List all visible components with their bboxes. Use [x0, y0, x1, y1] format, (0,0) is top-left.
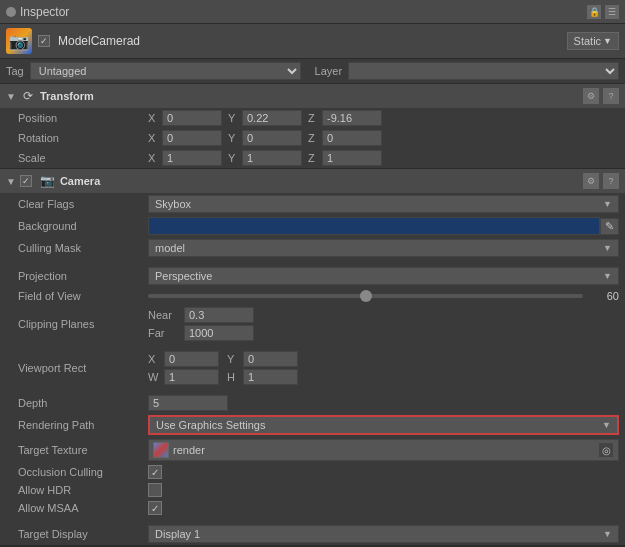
clear-flags-row: Clear Flags Skybox ▼ — [0, 193, 625, 215]
position-y-input[interactable] — [242, 110, 302, 126]
rotation-y-input[interactable] — [242, 130, 302, 146]
rendering-path-arrow: ▼ — [602, 420, 611, 430]
menu-button[interactable]: ☰ — [605, 5, 619, 19]
rotation-z-label: Z — [308, 132, 320, 144]
static-badge[interactable]: Static ▼ — [567, 32, 619, 50]
scale-y-label: Y — [228, 152, 240, 164]
allow-msaa-row: Allow MSAA — [0, 499, 625, 517]
tag-label: Tag — [6, 65, 24, 77]
object-name: ModelCamerad — [58, 34, 140, 48]
scale-values: X Y Z — [148, 150, 619, 166]
scale-z-item: Z — [308, 150, 382, 166]
camera-help-btn[interactable]: ? — [603, 173, 619, 189]
object-active-checkbox[interactable] — [38, 35, 50, 47]
scale-z-input[interactable] — [322, 150, 382, 166]
tag-select[interactable]: Untagged — [30, 62, 301, 80]
camera-controls: ⚙ ? — [583, 173, 619, 189]
target-display-dropdown[interactable]: Display 1 ▼ — [148, 525, 619, 543]
target-texture-field[interactable]: render ◎ — [148, 439, 619, 461]
viewport-w-label: W — [148, 371, 162, 383]
static-dropdown-arrow: ▼ — [603, 36, 612, 46]
scale-z-label: Z — [308, 152, 320, 164]
clipping-planes-label: Clipping Planes — [18, 318, 148, 330]
camera-active-checkbox[interactable] — [20, 175, 32, 187]
transform-settings-btn[interactable]: ⚙ — [583, 88, 599, 104]
projection-value: Perspective — [155, 270, 212, 282]
camera-settings-btn[interactable]: ⚙ — [583, 173, 599, 189]
rotation-x-input[interactable] — [162, 130, 222, 146]
allow-hdr-row: Allow HDR — [0, 481, 625, 499]
clear-flags-dropdown[interactable]: Skybox ▼ — [148, 195, 619, 213]
depth-label: Depth — [18, 397, 148, 409]
culling-mask-dropdown[interactable]: model ▼ — [148, 239, 619, 257]
position-label: Position — [18, 112, 148, 124]
viewport-y-label: Y — [227, 353, 241, 365]
allow-hdr-checkbox[interactable] — [148, 483, 162, 497]
projection-row: Projection Perspective ▼ — [0, 265, 625, 287]
lock-button[interactable]: 🔒 — [587, 5, 601, 19]
target-display-arrow: ▼ — [603, 529, 612, 539]
viewport-y-input[interactable] — [243, 351, 298, 367]
far-item: Far — [148, 325, 619, 341]
viewport-values: X Y W H — [148, 351, 619, 385]
far-input[interactable] — [184, 325, 254, 341]
depth-row: Depth — [0, 393, 625, 413]
camera-header[interactable]: ▼ 📷 Camera ⚙ ? — [0, 169, 625, 193]
object-header: 📷 ModelCamerad Static ▼ — [0, 24, 625, 59]
background-edit-btn[interactable]: ✎ — [600, 218, 619, 235]
scale-x-label: X — [148, 152, 160, 164]
occlusion-culling-checkbox[interactable] — [148, 465, 162, 479]
clipping-planes-row: Clipping Planes Near Far — [0, 305, 625, 343]
texture-thumbnail — [153, 442, 169, 458]
projection-dropdown[interactable]: Perspective ▼ — [148, 267, 619, 285]
position-y-item: Y — [228, 110, 302, 126]
transform-help-btn[interactable]: ? — [603, 88, 619, 104]
viewport-w-item: W — [148, 369, 219, 385]
viewport-xy-row: X Y — [148, 351, 619, 367]
allow-msaa-label: Allow MSAA — [18, 502, 148, 514]
rotation-z-input[interactable] — [322, 130, 382, 146]
position-row: Position X Y Z — [0, 108, 625, 128]
viewport-w-input[interactable] — [164, 369, 219, 385]
viewport-x-input[interactable] — [164, 351, 219, 367]
texture-select-btn[interactable]: ◎ — [598, 442, 614, 458]
transform-header[interactable]: ▼ ⟳ Transform ⚙ ? — [0, 84, 625, 108]
transform-icon: ⟳ — [20, 88, 36, 104]
near-input[interactable] — [184, 307, 254, 323]
target-texture-value: render — [173, 444, 205, 456]
viewport-x-label: X — [148, 353, 162, 365]
clear-flags-arrow: ▼ — [603, 199, 612, 209]
rotation-x-item: X — [148, 130, 222, 146]
allow-msaa-checkbox[interactable] — [148, 501, 162, 515]
near-label: Near — [148, 309, 178, 321]
culling-mask-row: Culling Mask model ▼ — [0, 237, 625, 259]
background-row: Background ✎ — [0, 215, 625, 237]
background-color-field[interactable] — [148, 217, 600, 235]
position-x-input[interactable] — [162, 110, 222, 126]
rotation-values: X Y Z — [148, 130, 619, 146]
target-texture-label: Target Texture — [18, 444, 148, 456]
rotation-x-label: X — [148, 132, 160, 144]
occlusion-culling-row: Occlusion Culling — [0, 463, 625, 481]
position-z-input[interactable] — [322, 110, 382, 126]
fov-value: 60 — [589, 290, 619, 302]
depth-input[interactable] — [148, 395, 228, 411]
projection-label: Projection — [18, 270, 148, 282]
fov-slider-thumb[interactable] — [360, 290, 372, 302]
viewport-label: Viewport Rect — [18, 362, 148, 374]
rendering-path-dropdown[interactable]: Use Graphics Settings ▼ — [148, 415, 619, 435]
scale-y-item: Y — [228, 150, 302, 166]
clipping-planes-values: Near Far — [148, 307, 619, 341]
inspector-panel: 📷 ModelCamerad Static ▼ Tag Untagged Lay… — [0, 24, 625, 547]
scale-y-input[interactable] — [242, 150, 302, 166]
viewport-x-item: X — [148, 351, 219, 367]
viewport-h-item: H — [227, 369, 298, 385]
fov-slider-track[interactable] — [148, 294, 583, 298]
transform-controls: ⚙ ? — [583, 88, 619, 104]
panel-title: Inspector — [20, 5, 69, 19]
viewport-h-input[interactable] — [243, 369, 298, 385]
target-display-value: Display 1 — [155, 528, 200, 540]
scale-x-input[interactable] — [162, 150, 222, 166]
layer-select[interactable] — [348, 62, 619, 80]
rotation-row: Rotation X Y Z — [0, 128, 625, 148]
